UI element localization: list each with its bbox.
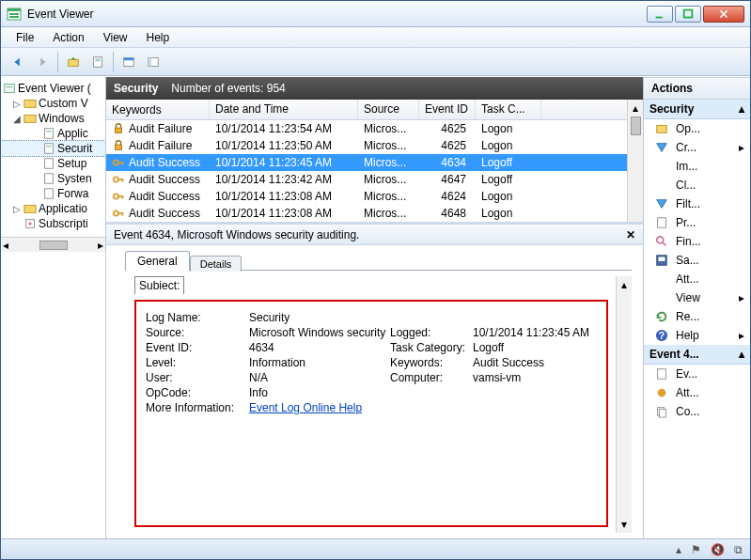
table-row[interactable]: Audit Success10/1/2014 11:23:08 AMMicros… xyxy=(106,188,627,205)
svg-rect-7 xyxy=(94,56,102,67)
detail-highlight-box: Log Name:Security Source:Microsoft Windo… xyxy=(134,300,608,527)
action-item[interactable]: ?Help▸ xyxy=(644,326,750,345)
action-item[interactable]: Op... xyxy=(644,119,750,138)
toolbar xyxy=(1,48,750,76)
tree-subscriptions[interactable]: Subscripti xyxy=(1,216,105,231)
tree-security[interactable]: Securit xyxy=(1,141,105,156)
svg-rect-6 xyxy=(69,59,79,66)
action-item[interactable]: Sa... xyxy=(644,251,750,270)
log-icon xyxy=(42,157,55,170)
svg-rect-22 xyxy=(45,159,54,169)
svg-rect-15 xyxy=(7,86,13,87)
table-row[interactable]: Audit Success10/1/2014 11:23:45 AMMicros… xyxy=(106,154,627,171)
app-icon xyxy=(7,7,22,22)
action-item[interactable]: Att... xyxy=(644,383,750,402)
detail-pane: Event 4634, Microsoft Windows security a… xyxy=(106,222,643,538)
action-item[interactable]: Cr...▸ xyxy=(644,138,750,157)
subscribe-icon xyxy=(23,217,37,230)
tree-root[interactable]: Event Viewer ( xyxy=(1,81,105,96)
toolbar-separator xyxy=(113,52,114,72)
menu-help[interactable]: Help xyxy=(139,29,178,46)
tree-pane: Event Viewer ( ▷Custom V ◢Windows Applic… xyxy=(1,77,106,538)
action-item[interactable]: Ev... xyxy=(644,365,750,383)
log-icon xyxy=(42,127,55,140)
pane-button[interactable] xyxy=(142,51,164,73)
log-name: Security xyxy=(114,82,158,95)
svg-rect-8 xyxy=(95,58,100,59)
column-headers: Keywords Date and Time Source Event ID T… xyxy=(106,100,627,120)
detail-close-button[interactable]: ✕ xyxy=(626,228,635,241)
collapse-icon[interactable]: ▴ xyxy=(739,348,744,361)
tray-chevron-icon[interactable]: ▴ xyxy=(676,543,681,556)
col-taskcat[interactable]: Task C... xyxy=(476,100,541,119)
tree-system[interactable]: Systen xyxy=(1,171,105,186)
table-row[interactable]: Audit Failure10/1/2014 11:23:50 AMMicros… xyxy=(106,137,627,154)
maximize-button[interactable] xyxy=(675,6,701,23)
props-button[interactable] xyxy=(117,51,140,73)
svg-text:?: ? xyxy=(659,330,665,341)
tray-network-icon[interactable]: ⧉ xyxy=(734,543,743,556)
tab-details[interactable]: Details xyxy=(190,256,243,272)
svg-rect-1 xyxy=(8,8,21,11)
folder-icon xyxy=(23,97,37,110)
tree-setup[interactable]: Setup xyxy=(1,156,105,171)
svg-rect-50 xyxy=(658,369,666,380)
minimize-button[interactable] xyxy=(647,6,673,23)
svg-rect-53 xyxy=(659,409,665,417)
action-item[interactable]: Cl... xyxy=(644,176,750,194)
svg-rect-11 xyxy=(124,57,134,60)
titlebar: Event Viewer xyxy=(1,1,750,27)
menu-action[interactable]: Action xyxy=(45,29,91,46)
back-button[interactable] xyxy=(7,51,29,73)
svg-rect-19 xyxy=(46,131,51,132)
expand-icon[interactable]: ▷ xyxy=(12,204,22,214)
tree-custom-views[interactable]: ▷Custom V xyxy=(1,96,105,111)
tree-applications-services[interactable]: ▷Applicatio xyxy=(1,201,105,216)
col-eventid[interactable]: Event ID xyxy=(419,100,476,119)
close-button[interactable] xyxy=(703,6,744,23)
tray-flag-icon[interactable]: ⚑ xyxy=(691,543,701,556)
col-source[interactable]: Source xyxy=(358,100,419,119)
up-folder-button[interactable] xyxy=(62,51,85,73)
expand-icon[interactable]: ▷ xyxy=(12,99,22,109)
col-datetime[interactable]: Date and Time xyxy=(210,100,358,119)
tray-volume-icon[interactable]: 🔇 xyxy=(711,543,725,556)
svg-rect-24 xyxy=(45,189,54,199)
log-header: Security Number of events: 954 xyxy=(106,77,643,100)
action-item[interactable]: Im... xyxy=(644,157,750,176)
collapse-icon[interactable]: ◢ xyxy=(12,114,22,124)
action-item[interactable]: Filt... xyxy=(644,194,750,213)
refresh-button[interactable] xyxy=(86,51,109,73)
table-vscrollbar[interactable]: ▴ xyxy=(627,100,643,222)
event-table: Keywords Date and Time Source Event ID T… xyxy=(106,100,643,222)
action-item[interactable]: Att... xyxy=(644,270,750,288)
page-icon xyxy=(91,55,104,69)
collapse-icon[interactable]: ▴ xyxy=(739,102,744,116)
tree-windows-logs[interactable]: ◢Windows xyxy=(1,111,105,126)
forward-arrow-icon xyxy=(36,55,49,69)
detail-vscrollbar[interactable]: ▴▾ xyxy=(616,276,632,533)
action-item[interactable]: Re... xyxy=(644,307,750,326)
table-row[interactable]: Audit Success10/1/2014 11:23:42 AMMicros… xyxy=(106,171,627,188)
tab-general[interactable]: General xyxy=(125,251,190,271)
svg-rect-20 xyxy=(45,144,54,154)
menu-file[interactable]: File xyxy=(8,29,41,46)
svg-rect-3 xyxy=(9,16,19,18)
maximize-icon xyxy=(681,8,695,21)
action-item[interactable]: View▸ xyxy=(644,288,750,307)
forward-button[interactable] xyxy=(31,51,54,73)
table-row[interactable]: Audit Failure10/1/2014 11:23:54 AMMicros… xyxy=(106,120,627,137)
event-count: Number of events: 954 xyxy=(171,82,285,95)
action-item[interactable]: Co... xyxy=(644,402,750,421)
table-row[interactable]: Audit Success10/1/2014 11:23:08 AMMicros… xyxy=(106,205,627,222)
col-keywords[interactable]: Keywords xyxy=(106,100,210,119)
tree-application[interactable]: Applic xyxy=(1,126,105,141)
statusbar: ▴ ⚑ 🔇 ⧉ xyxy=(1,538,750,559)
action-item[interactable]: Pr... xyxy=(644,213,750,232)
tree-hscrollbar[interactable]: ◂▸ xyxy=(1,237,105,252)
svg-rect-29 xyxy=(116,145,122,149)
tree-forwarded[interactable]: Forwa xyxy=(1,186,105,201)
online-help-link[interactable]: Event Log Online Help xyxy=(249,401,362,414)
action-item[interactable]: Fin... xyxy=(644,232,750,251)
menu-view[interactable]: View xyxy=(96,29,135,46)
